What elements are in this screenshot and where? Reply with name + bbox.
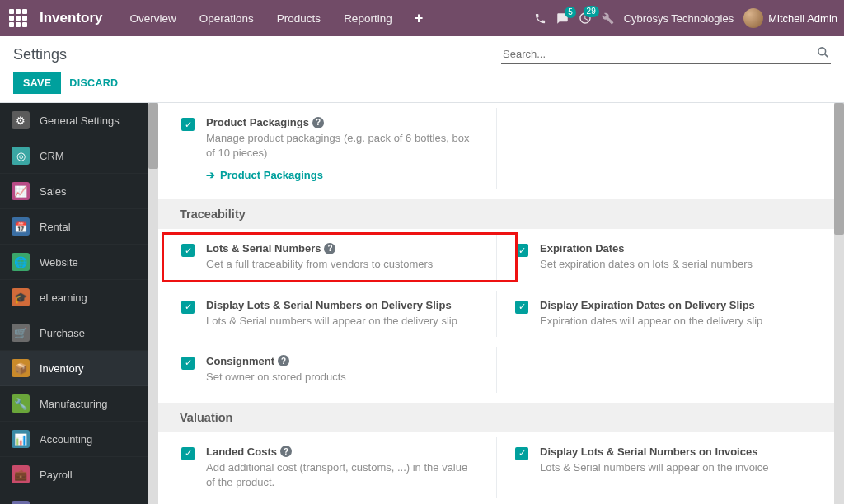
sidebar-scrollbar[interactable] (148, 103, 158, 504)
sidebar-icon: 🔧 (12, 394, 30, 413)
sidebar-item-payroll[interactable]: 💼Payroll (0, 457, 148, 492)
chat-badge: 5 (565, 7, 576, 18)
sidebar-icon: ⚙ (12, 111, 30, 129)
setting-lots-desc: Get a full traceability from vendors to … (206, 257, 478, 272)
sidebar-item-label: Payroll (40, 469, 73, 481)
sidebar-icon: ✔ (12, 501, 30, 504)
search-input[interactable] (501, 44, 831, 63)
nav-menu: Overview Operations Products Reporting + (120, 6, 434, 31)
help-icon[interactable]: ? (312, 117, 324, 128)
help-icon[interactable]: ? (324, 243, 335, 254)
sidebar-item-label: eLearning (40, 292, 87, 304)
nav-reporting[interactable]: Reporting (333, 6, 403, 31)
setting-landed-desc: Add additional cost (transport, customs,… (206, 460, 478, 490)
sidebar-item-label: Rental (40, 221, 71, 233)
sidebar-item-label: Inventory (40, 362, 83, 375)
nav-products[interactable]: Products (266, 6, 331, 31)
sidebar-item-inventory[interactable]: 📦Inventory (0, 351, 148, 386)
sidebar-item-general-settings[interactable]: ⚙General Settings (0, 103, 148, 138)
settings-sidebar: ⚙General Settings◎CRM📈Sales📅Rental🌐Websi… (0, 103, 148, 504)
setting-display-delivery-title: Display Lots & Serial Numbers on Deliver… (206, 299, 452, 311)
company-selector[interactable]: Cybrosys Technologies (624, 12, 734, 25)
nav-add-icon[interactable]: + (405, 7, 434, 30)
avatar (743, 8, 763, 28)
setting-display-expiry-delivery-desc: Expiration dates will appear on the deli… (540, 314, 811, 329)
checkbox-display-delivery[interactable]: ✓ (181, 301, 195, 314)
checkbox-display-expiry-delivery[interactable]: ✓ (515, 301, 528, 314)
setting-display-invoice-desc: Lots & Serial numbers will appear on the… (540, 460, 811, 475)
save-button[interactable]: SAVE (13, 72, 61, 94)
setting-display-delivery-desc: Lots & Serial numbers will appear on the… (206, 314, 478, 329)
sidebar-icon: 📊 (12, 430, 30, 448)
sidebar-item-sales[interactable]: 📈Sales (0, 174, 148, 209)
sidebar-item-label: Website (40, 256, 78, 268)
help-icon[interactable]: ? (280, 446, 292, 457)
sidebar-icon: 🌐 (12, 253, 30, 271)
user-menu[interactable]: Mitchell Admin (743, 8, 837, 28)
section-traceability: Traceability (158, 199, 834, 229)
sidebar-item-crm[interactable]: ◎CRM (0, 138, 148, 174)
setting-consignment-title: Consignment (206, 355, 274, 367)
svg-line-1 (824, 54, 828, 57)
arrow-right-icon: ➔ (206, 169, 215, 181)
sidebar-item-elearning[interactable]: 🎓eLearning (0, 280, 148, 315)
sidebar-item-label: Manufacturing (40, 398, 107, 410)
sidebar-icon: 🛒 (12, 324, 30, 342)
setting-display-expiry-delivery-title: Display Expiration Dates on Delivery Sli… (540, 299, 755, 311)
nav-overview[interactable]: Overview (120, 6, 187, 31)
sidebar-item-label: Accounting (40, 433, 92, 446)
apps-icon[interactable] (7, 7, 30, 30)
sidebar-icon: 📦 (12, 359, 30, 377)
setting-expiration-title: Expiration Dates (540, 242, 625, 254)
page-title: Settings (13, 46, 67, 63)
setting-expiration-desc: Set expiration dates on lots & serial nu… (540, 257, 811, 272)
sidebar-item-project[interactable]: ✔Project (0, 492, 148, 504)
sidebar-item-website[interactable]: 🌐Website (0, 245, 148, 280)
settings-content: ✓ Product Packagings ? Manage product pa… (158, 103, 834, 504)
setting-packagings-desc: Manage product packagings (e.g. pack of … (206, 131, 478, 161)
sidebar-item-label: CRM (40, 150, 64, 162)
sidebar-icon: 📅 (12, 217, 30, 236)
sidebar-item-label: Purchase (40, 327, 85, 339)
section-valuation: Valuation (158, 403, 834, 432)
setting-consignment-desc: Set owner on stored products (206, 370, 478, 385)
sidebar-icon: 📈 (12, 182, 30, 200)
help-icon[interactable]: ? (278, 355, 289, 366)
sidebar-item-label: General Settings (40, 114, 120, 127)
sidebar-item-accounting[interactable]: 📊Accounting (0, 422, 148, 457)
checkbox-lots[interactable]: ✓ (181, 244, 195, 257)
app-brand[interactable]: Inventory (40, 10, 103, 26)
setting-landed-title: Landed Costs (206, 446, 277, 458)
checkbox-consignment[interactable]: ✓ (181, 357, 195, 370)
sidebar-item-manufacturing[interactable]: 🔧Manufacturing (0, 386, 148, 422)
sidebar-item-label: Sales (40, 185, 67, 198)
sidebar-icon: 🎓 (12, 288, 30, 306)
setting-display-invoice-title: Display Lots & Serial Numbers on Invoice… (540, 446, 757, 458)
link-product-packagings[interactable]: ➔ Product Packagings (206, 169, 323, 181)
activity-badge: 29 (584, 6, 599, 17)
user-name: Mitchell Admin (768, 12, 837, 25)
discard-button[interactable]: DISCARD (69, 77, 118, 89)
sidebar-icon: ◎ (12, 147, 30, 165)
tools-icon[interactable] (602, 12, 614, 25)
content-scrollbar[interactable] (834, 103, 844, 504)
top-navbar: Inventory Overview Operations Products R… (0, 0, 844, 36)
setting-lots-title: Lots & Serial Numbers (206, 242, 321, 254)
sidebar-item-purchase[interactable]: 🛒Purchase (0, 315, 148, 351)
activity-icon[interactable]: 29 (579, 12, 592, 25)
sidebar-item-rental[interactable]: 📅Rental (0, 209, 148, 245)
phone-icon[interactable] (534, 12, 546, 25)
search-icon[interactable] (817, 46, 829, 58)
checkbox-product-packagings[interactable]: ✓ (181, 118, 195, 131)
svg-point-0 (818, 48, 826, 55)
checkbox-landed[interactable]: ✓ (181, 447, 195, 460)
control-panel: Settings SAVE DISCARD (0, 36, 844, 103)
nav-operations[interactable]: Operations (189, 6, 265, 31)
checkbox-display-invoice[interactable]: ✓ (515, 447, 528, 460)
checkbox-expiration[interactable]: ✓ (515, 244, 528, 257)
chat-icon[interactable]: 5 (556, 12, 569, 25)
search-container (501, 44, 831, 64)
setting-packagings-title: Product Packagings (206, 116, 309, 128)
sidebar-icon: 💼 (12, 465, 30, 483)
